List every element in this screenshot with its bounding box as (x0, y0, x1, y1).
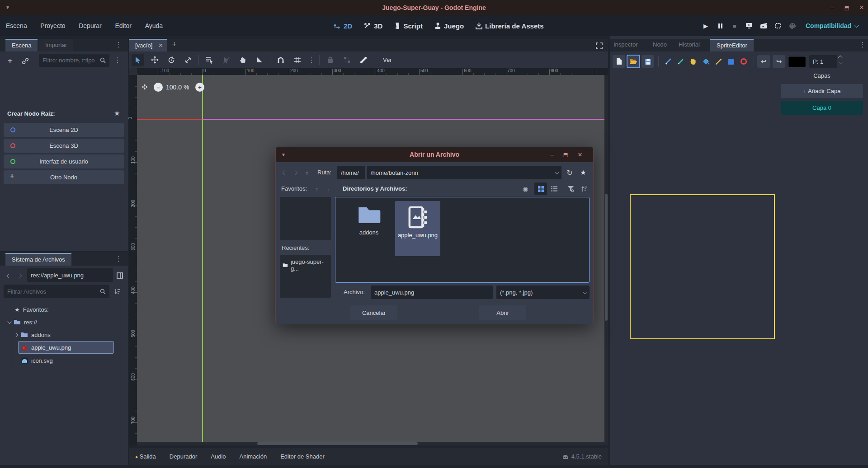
tab-inspector[interactable]: Inspector (613, 41, 637, 48)
menu-ayuda[interactable]: Ayuda (139, 15, 169, 36)
dialog-titlebar[interactable]: ▼ Abrir un Archivo – ⬒ ✕ (276, 147, 593, 162)
favorite-toggle-icon[interactable]: ★ (578, 166, 589, 179)
add-layer-button[interactable]: + Añadir Capa (781, 84, 863, 98)
menu-depurar[interactable]: Depurar (73, 15, 108, 36)
dock-options-icon[interactable]: ⋮ (114, 41, 123, 49)
zoom-in-button[interactable]: + (195, 83, 204, 92)
dock-options-icon[interactable]: ⋮ (859, 41, 867, 49)
circle-tool-button[interactable] (737, 55, 750, 68)
tree-item-addons[interactable]: addons (0, 328, 128, 341)
movie-maker-button[interactable] (760, 22, 768, 30)
dialog-forward-button[interactable] (290, 166, 300, 179)
filename-input[interactable]: apple_uwu.png (371, 285, 493, 299)
bone-icon[interactable] (357, 54, 370, 66)
filetype-dropdown[interactable]: (*.png, *.jpg) (496, 285, 590, 299)
open-button[interactable]: Abrir (479, 305, 526, 320)
layer-0-item[interactable]: Capa 0 (781, 101, 863, 115)
restore-button[interactable]: ⬒ (841, 0, 853, 15)
file-item-apple-selected[interactable]: apple_uwu.png (395, 201, 440, 256)
select-tool-button[interactable] (132, 54, 144, 66)
panel-audio[interactable]: Audio (211, 453, 226, 460)
fullscreen-icon[interactable] (594, 41, 604, 50)
h-scrollbar[interactable] (137, 442, 604, 445)
list-view-button[interactable] (548, 183, 561, 195)
pencil-tool-button[interactable] (674, 55, 687, 68)
create-scene3d-button[interactable]: Escena 3D (4, 139, 124, 153)
dialog-back-button[interactable] (279, 166, 289, 179)
tab-historial[interactable]: Historial (679, 41, 700, 48)
hand-tool-button[interactable] (687, 55, 699, 68)
collapse-icon[interactable] (7, 319, 12, 324)
refresh-icon[interactable]: ↻ (564, 166, 575, 179)
expand-icon[interactable] (14, 332, 19, 337)
movie-frame-button[interactable] (774, 22, 782, 30)
panel-salida[interactable]: ● Salida (135, 453, 156, 460)
renderer-selector[interactable]: Compatibilidad (806, 15, 858, 36)
tab-escena[interactable]: Escena (5, 39, 38, 51)
create-ui-button[interactable]: Interfaz de usuario (4, 154, 124, 168)
dialog-restore-button[interactable]: ⬒ (560, 147, 571, 162)
add-node-button[interactable]: + (5, 55, 15, 67)
snap-options-icon[interactable]: ⋮ (308, 56, 315, 64)
file-grid[interactable]: addons apple_uwu.png (335, 197, 590, 283)
menu-editor[interactable]: Editor (109, 15, 137, 36)
pause-button[interactable] (716, 22, 724, 30)
v-scrollbar[interactable] (604, 75, 608, 445)
node-filter-input[interactable]: Filtro: nombre, t:tipo (39, 54, 109, 67)
move-tool-button[interactable] (148, 54, 161, 66)
redo-button[interactable]: ↪ (773, 55, 785, 68)
h-scrollbar-thumb[interactable] (257, 442, 418, 445)
bucket-tool-button[interactable] (699, 55, 712, 68)
create-other-node-button[interactable]: + Otro Nodo (4, 170, 124, 184)
rect-tool-button[interactable] (725, 55, 737, 68)
fs-back-button[interactable] (4, 269, 14, 282)
editor-juego-button[interactable]: Juego (434, 22, 464, 30)
spin-up-icon[interactable] (838, 56, 843, 60)
dialog-menu-caret-icon[interactable]: ▼ (281, 147, 286, 162)
file-item-addons[interactable]: addons (346, 206, 392, 236)
window-menu-caret-icon[interactable]: ▼ (5, 0, 10, 15)
smart-snap-icon[interactable] (274, 54, 287, 66)
fav-move-down-button[interactable]: ↓ (324, 183, 334, 195)
editor-assetlib-button[interactable]: Librería de Assets (476, 22, 544, 30)
tree-item-favorites[interactable]: ★ Favoritos: (0, 303, 128, 316)
tab-filesystem[interactable]: Sistema de Archivos (5, 253, 71, 266)
favorite-star-icon[interactable]: ★ (114, 109, 120, 117)
undo-button[interactable]: ↩ (757, 55, 770, 68)
dialog-close-button[interactable]: ✕ (574, 147, 586, 162)
pan-tool-button[interactable] (236, 54, 249, 66)
panel-depurador[interactable]: Depurador (170, 453, 197, 460)
grid-snap-icon[interactable] (291, 54, 304, 66)
color-swatch[interactable] (788, 56, 806, 67)
fav-move-up-button[interactable]: ↑ (312, 183, 322, 195)
cancel-button[interactable]: Cancelar (350, 305, 397, 320)
center-view-icon[interactable]: ✣ (140, 82, 150, 92)
spin-down-icon[interactable] (839, 60, 843, 64)
editor-script-button[interactable]: Script (394, 22, 423, 30)
stop-button[interactable]: ■ (731, 22, 739, 30)
create-scene2d-button[interactable]: Escena 2D (4, 123, 124, 137)
tab-nodo[interactable]: Nodo (653, 41, 667, 48)
sprite-canvas-bounds[interactable] (630, 194, 775, 339)
version-label[interactable]: 4.5.1.stable (562, 453, 602, 460)
recent-item[interactable]: juego-super-g... (280, 255, 331, 276)
dialog-minimize-button[interactable]: – (546, 147, 558, 162)
scale-tool-button[interactable] (182, 54, 194, 66)
new-sprite-button[interactable] (613, 55, 625, 68)
remote-debug-button[interactable] (745, 22, 753, 30)
theme-palette-button[interactable] (788, 22, 797, 30)
rotate-tool-button[interactable] (165, 54, 178, 66)
tree-item-iconsvg[interactable]: icon.svg (0, 354, 128, 367)
deselect-button[interactable] (220, 54, 232, 66)
tab-importar[interactable]: Importar (39, 39, 73, 51)
play-button[interactable]: ▶ (702, 22, 710, 30)
line-tool-button[interactable] (712, 55, 725, 68)
new-scene-tab-button[interactable]: + (172, 39, 177, 49)
path-input[interactable]: /home/botan-zorin (367, 166, 561, 179)
v-scrollbar-thumb[interactable] (605, 194, 608, 321)
group-icon[interactable] (340, 54, 353, 66)
dialog-up-button[interactable]: ↑ (302, 166, 312, 179)
zoom-out-button[interactable]: – (154, 83, 163, 92)
close-tab-icon[interactable]: ✕ (158, 42, 163, 49)
grid-view-button[interactable] (534, 183, 547, 195)
